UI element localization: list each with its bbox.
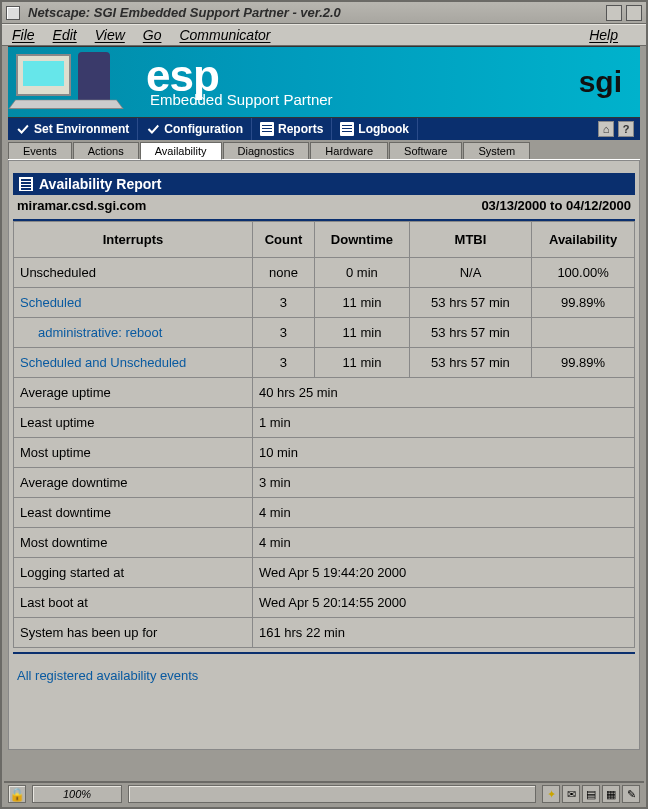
report-period: 03/13/2000 to 04/12/2000	[481, 198, 631, 213]
load-percent: 100%	[32, 785, 122, 803]
composer-icon[interactable]: ✎	[622, 785, 640, 803]
summary-value: 4 min	[252, 498, 634, 528]
cell-interrupts[interactable]: administrative: reboot	[14, 318, 253, 348]
check-icon	[146, 122, 160, 136]
nav-set-environment[interactable]: Set Environment	[8, 118, 138, 140]
component-tray: ✦ ✉ ▤ ▦ ✎	[542, 785, 640, 803]
col-mtbi: MTBI	[409, 222, 531, 258]
check-icon	[16, 122, 30, 136]
lock-icon[interactable]: 🔒	[8, 785, 26, 803]
table-row: Scheduled311 min53 hrs 57 min99.89%	[14, 288, 635, 318]
nav-label: Reports	[278, 122, 323, 136]
cell-count: 3	[252, 348, 314, 378]
cell-count: 3	[252, 288, 314, 318]
cell-count: none	[252, 258, 314, 288]
menu-help[interactable]: Help	[589, 27, 618, 43]
cell-interrupts[interactable]: Scheduled and Unscheduled	[14, 348, 253, 378]
hostname: miramar.csd.sgi.com	[17, 198, 146, 213]
report-header: Availability Report	[13, 173, 635, 195]
cell-avail: 99.89%	[532, 348, 635, 378]
nav-configuration[interactable]: Configuration	[138, 118, 252, 140]
document-icon	[340, 122, 354, 136]
nav-reports[interactable]: Reports	[252, 118, 332, 140]
summary-row: Least downtime4 min	[14, 498, 635, 528]
summary-value: Wed Apr 5 19:44:20 2000	[252, 558, 634, 588]
cell-mtbi: 53 hrs 57 min	[409, 318, 531, 348]
summary-row: Least uptime1 min	[14, 408, 635, 438]
report-icon	[19, 177, 33, 191]
table-header-row: Interrupts Count Downtime MTBI Availabil…	[14, 222, 635, 258]
summary-label: Least uptime	[14, 408, 253, 438]
menu-edit[interactable]: Edit	[53, 27, 77, 43]
summary-row: Most uptime10 min	[14, 438, 635, 468]
cell-downtime: 11 min	[314, 348, 409, 378]
tab-system[interactable]: System	[463, 142, 530, 159]
primary-nav: Set Environment Configuration Reports Lo…	[8, 118, 640, 140]
cell-downtime: 11 min	[314, 318, 409, 348]
summary-value: 10 min	[252, 438, 634, 468]
tab-actions[interactable]: Actions	[73, 142, 139, 159]
banner: esp Embedded Support Partner sgi	[8, 46, 640, 118]
window-title: Netscape: SGI Embedded Support Partner -…	[28, 5, 341, 20]
menu-bar: File Edit View Go Communicator Help	[2, 24, 646, 46]
col-downtime: Downtime	[314, 222, 409, 258]
maximize-button[interactable]	[626, 5, 642, 21]
menu-communicator[interactable]: Communicator	[179, 27, 270, 43]
system-menu-icon[interactable]	[6, 6, 20, 20]
tab-availability[interactable]: Availability	[140, 142, 222, 160]
summary-row: Logging started atWed Apr 5 19:44:20 200…	[14, 558, 635, 588]
summary-row: Most downtime4 min	[14, 528, 635, 558]
news-icon[interactable]: ▤	[582, 785, 600, 803]
nav-logbook[interactable]: Logbook	[332, 118, 418, 140]
nav-label: Set Environment	[34, 122, 129, 136]
status-message	[128, 785, 536, 803]
cell-avail: 100.00%	[532, 258, 635, 288]
summary-value: Wed Apr 5 20:14:55 2000	[252, 588, 634, 618]
tab-diagnostics[interactable]: Diagnostics	[223, 142, 310, 159]
menu-file[interactable]: File	[12, 27, 35, 43]
mail-icon[interactable]: ✉	[562, 785, 580, 803]
summary-label: Last boot at	[14, 588, 253, 618]
table-row: administrative: reboot311 min53 hrs 57 m…	[14, 318, 635, 348]
tab-software[interactable]: Software	[389, 142, 462, 159]
tab-hardware[interactable]: Hardware	[310, 142, 388, 159]
cell-interrupts[interactable]: Scheduled	[14, 288, 253, 318]
summary-label: Most downtime	[14, 528, 253, 558]
title-bar: Netscape: SGI Embedded Support Partner -…	[2, 2, 646, 24]
cell-downtime: 11 min	[314, 288, 409, 318]
tab-events[interactable]: Events	[8, 142, 72, 159]
cell-mtbi: 53 hrs 57 min	[409, 348, 531, 378]
table-row: Scheduled and Unscheduled311 min53 hrs 5…	[14, 348, 635, 378]
cell-avail	[532, 318, 635, 348]
table-row: Unschedulednone0 minN/A100.00%	[14, 258, 635, 288]
brand-logo: sgi	[579, 65, 622, 99]
home-icon[interactable]: ⌂	[598, 121, 614, 137]
summary-value: 161 hrs 22 min	[252, 618, 634, 648]
col-count: Count	[252, 222, 314, 258]
availability-table: Interrupts Count Downtime MTBI Availabil…	[13, 221, 635, 648]
summary-label: Average uptime	[14, 378, 253, 408]
computer-icon	[16, 52, 136, 112]
summary-row: Last boot atWed Apr 5 20:14:55 2000	[14, 588, 635, 618]
summary-value: 40 hrs 25 min	[252, 378, 634, 408]
summary-value: 4 min	[252, 528, 634, 558]
summary-value: 1 min	[252, 408, 634, 438]
logo-text: esp	[146, 56, 333, 96]
summary-label: Most uptime	[14, 438, 253, 468]
sub-tabs: Events Actions Availability Diagnostics …	[8, 140, 640, 160]
summary-label: Average downtime	[14, 468, 253, 498]
address-icon[interactable]: ▦	[602, 785, 620, 803]
summary-row: Average downtime3 min	[14, 468, 635, 498]
col-interrupts: Interrupts	[14, 222, 253, 258]
app-window: Netscape: SGI Embedded Support Partner -…	[0, 0, 648, 809]
summary-row: System has been up for161 hrs 22 min	[14, 618, 635, 648]
summary-label: Least downtime	[14, 498, 253, 528]
menu-view[interactable]: View	[95, 27, 125, 43]
menu-go[interactable]: Go	[143, 27, 162, 43]
document-icon	[260, 122, 274, 136]
help-icon[interactable]: ?	[618, 121, 634, 137]
cell-mtbi: 53 hrs 57 min	[409, 288, 531, 318]
star-icon[interactable]: ✦	[542, 785, 560, 803]
minimize-button[interactable]	[606, 5, 622, 21]
all-events-link[interactable]: All registered availability events	[13, 652, 635, 687]
